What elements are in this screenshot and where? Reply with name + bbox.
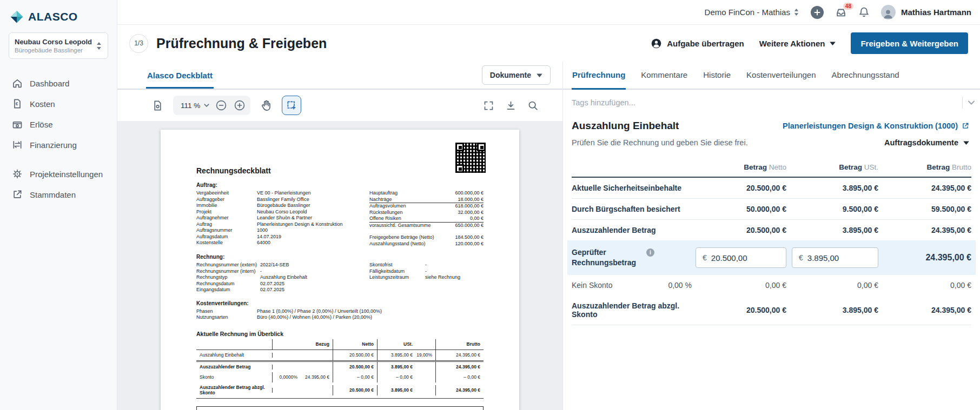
search-icon [527, 100, 539, 111]
document-panel-header: Alasco Deckblatt Dokumente [117, 62, 562, 90]
sidebar-item-label: Stammdaten [30, 190, 76, 199]
pdf-overview-heading: Aktuelle Rechnung im Überblick [196, 331, 484, 337]
gear-icon [12, 169, 23, 179]
sidebar-item-finanzierung[interactable]: Finanzierung [9, 135, 108, 155]
inbox-button[interactable]: 48 [835, 6, 847, 18]
tab-pruefrechnung[interactable]: Prüfrechnung [572, 62, 626, 90]
plus-circle-icon [811, 6, 824, 19]
download-button[interactable] [505, 100, 517, 111]
table-row: Auszuzahlender Betrag 20.500,00 € 3.895,… [572, 220, 971, 240]
notifications-button[interactable] [858, 6, 870, 18]
total-row: Auszuzahlender Betrag abzgl. Skonto 20.5… [572, 295, 971, 325]
tags-input[interactable] [572, 98, 957, 107]
tab-abrechnungsstand[interactable]: Abrechnungsstand [831, 62, 900, 90]
contract-documents-dropdown[interactable]: Auftragsdokumente [884, 138, 969, 147]
qr-code [455, 143, 486, 173]
more-actions-label: Weitere Aktionen [759, 39, 825, 48]
table-row: Aktuelle Sicherheitseinbehalte 20.500,00… [572, 178, 971, 199]
sidebar-item-stammdaten[interactable]: Stammdaten [9, 184, 108, 205]
transfer-arrows-icon [12, 139, 23, 150]
page-header: 1/3 Prüfrechnung & Freigeben Aufgabe übe… [117, 25, 980, 62]
external-link-icon [962, 122, 969, 130]
step-indicator: 1/3 [129, 34, 148, 53]
more-actions-button[interactable]: Weitere Aktionen [759, 39, 836, 48]
checked-ust-field[interactable]: € [792, 247, 878, 268]
info-icon[interactable]: i [646, 248, 654, 257]
sidebar-item-label: Kosten [30, 99, 55, 109]
project-subtitle: Bürogebäude Basslinger [15, 47, 92, 53]
sidebar-nav: Dashboard € Kosten Erlöse Finanzierung [9, 73, 108, 205]
alasco-logo-text: ALASCO [28, 10, 78, 23]
external-link-icon [12, 189, 23, 200]
currency-prefix: € [703, 253, 707, 262]
tab-historie[interactable]: Historie [703, 62, 731, 90]
sidebar-item-label: Erlöse [30, 120, 53, 129]
project-selector[interactable]: Neubau Corso Leopold Bürogebäude Basslin… [9, 32, 108, 59]
sidebar-item-label: Dashboard [30, 79, 69, 88]
review-instruction: Prüfen Sie die Rechnung und geben Sie di… [572, 138, 748, 147]
contract-link[interactable]: Planerleistungen Design & Konstruktion (… [783, 122, 969, 130]
amounts-table-header: Betrag Netto Betrag USt. Betrag Brutto [572, 163, 971, 178]
pdf-section-kostenverteilungen: Kostenverteilungen: [196, 300, 484, 306]
sidebar-item-projekteinstellungen[interactable]: Projekteinstellungen [9, 164, 108, 184]
invoice-title: Auszahlung Einbehalt [572, 120, 679, 132]
tags-expand-button[interactable] [968, 100, 975, 105]
marquee-select-icon [286, 100, 297, 111]
checked-netto-input[interactable] [711, 253, 779, 263]
document-panel: Alasco Deckblatt Dokumente 111 % [117, 62, 562, 410]
checked-amount-label: Geprüfter Rechnungsbetrag [572, 247, 641, 268]
pdf-section-rechnung: Rechnung: [196, 254, 484, 260]
sidebar-item-kosten[interactable]: € Kosten [9, 93, 108, 114]
fullscreen-icon [483, 100, 494, 111]
sidebar-item-erloese[interactable]: Erlöse [9, 114, 108, 135]
wallet-icon [12, 119, 23, 130]
zoom-in-button[interactable] [233, 99, 246, 112]
checked-ust-input[interactable] [807, 253, 871, 263]
avatar[interactable] [881, 5, 896, 19]
pdf-viewport[interactable]: Rechnungsdeckblatt Auftrag: Vergabeeinhe… [117, 121, 562, 410]
sidebar: ALASCO Neubau Corso Leopold Bürogebäude … [0, 0, 117, 410]
tab-kommentare[interactable]: Kommentare [640, 62, 688, 90]
alasco-logo: ALASCO [9, 9, 108, 24]
sidebar-item-dashboard[interactable]: Dashboard [9, 73, 108, 93]
documents-dropdown-label: Dokumente [490, 71, 531, 79]
approve-forward-button[interactable]: Freigeben & Weitergeben [851, 32, 968, 54]
fullscreen-button[interactable] [483, 100, 494, 111]
divider [962, 97, 963, 109]
transfer-task-label: Aufgabe übertragen [667, 39, 744, 48]
tags-row [563, 90, 980, 116]
sidebar-item-label: Projekteinstellungen [30, 170, 103, 179]
hand-icon [260, 99, 272, 111]
documents-dropdown-button[interactable]: Dokumente [482, 65, 551, 85]
marquee-select-tool-button[interactable] [282, 96, 301, 115]
transfer-task-button[interactable]: Aufgabe übertragen [651, 38, 744, 49]
pan-tool-button[interactable] [260, 99, 272, 111]
review-panel: Prüfrechnung Kommentare Historie Kostenv… [562, 62, 980, 410]
search-button[interactable] [527, 100, 539, 111]
download-icon [505, 100, 517, 111]
sidebar-item-label: Finanzierung [30, 140, 77, 150]
workspace-name: Demo FinCon - Mathias [705, 8, 790, 17]
chevron-down-icon [963, 141, 969, 145]
project-name: Neubau Corso Leopold [15, 38, 92, 46]
tab-kostenverteilungen[interactable]: Kostenverteilungen [746, 62, 816, 90]
currency-prefix: € [799, 253, 803, 262]
pdf-section-auftrag: Auftrag: [196, 182, 484, 188]
checked-amount-row: Geprüfter Rechnungsbetrag i € € [567, 240, 976, 275]
chevron-down-icon [830, 42, 836, 45]
costs-document-icon: € [12, 98, 23, 109]
checked-netto-field[interactable]: € [696, 247, 786, 268]
add-button[interactable] [811, 6, 824, 19]
review-tabs: Prüfrechnung Kommentare Historie Kostenv… [563, 62, 980, 90]
page-settings-button[interactable] [152, 100, 163, 111]
workspace-switcher[interactable]: Demo FinCon - Mathias [705, 8, 799, 17]
amounts-table: Betrag Netto Betrag USt. Betrag Brutto A… [572, 163, 971, 325]
home-icon [12, 78, 23, 89]
zoom-out-button[interactable] [215, 99, 228, 112]
chevron-down-icon [537, 73, 542, 77]
pdf-page: Rechnungsdeckblatt Auftrag: Vergabeeinhe… [161, 130, 519, 410]
user-name: Mathias Hartmann [901, 8, 971, 17]
tab-alasco-deckblatt[interactable]: Alasco Deckblatt [146, 63, 214, 89]
svg-text:€: € [16, 101, 18, 106]
zoom-level-dropdown[interactable]: 111 % [181, 102, 209, 110]
